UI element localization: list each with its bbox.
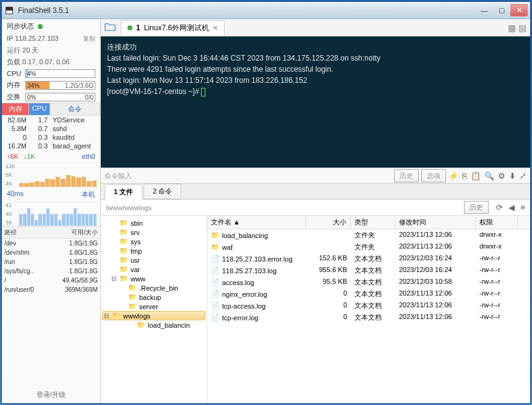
search-icon[interactable]: 🔍 bbox=[484, 171, 494, 181]
tree-item[interactable]: ⊟📁www bbox=[102, 274, 205, 283]
folder-icon: 📁 bbox=[119, 265, 128, 273]
process-row[interactable]: 82.6M1.7YDService bbox=[2, 116, 100, 124]
folder-icon: 📁 bbox=[119, 256, 128, 264]
folder-icon: 📁 bbox=[128, 284, 137, 292]
command-input[interactable]: 命令输入 bbox=[105, 171, 392, 181]
file-list[interactable]: 文件名 ▲ 大小 类型 修改时间 权限 📁load_balancing文件夹20… bbox=[207, 216, 530, 403]
file-row[interactable]: 📁waf文件夹2023/11/13 12:06drwxr-x bbox=[207, 241, 530, 253]
paste-icon[interactable]: 📋 bbox=[471, 171, 481, 181]
layout-icon[interactable]: ▤ bbox=[518, 23, 526, 33]
gear-icon[interactable]: ⚙ bbox=[498, 171, 505, 181]
titlebar[interactable]: FinalShell 3.5.1 — ▢ ✕ bbox=[2, 2, 530, 19]
copy-icon[interactable]: ⎘ bbox=[462, 171, 467, 181]
refresh-icon[interactable]: ⟳ bbox=[496, 203, 503, 212]
tree-item[interactable]: 📁srv bbox=[102, 228, 205, 237]
menu-icon[interactable]: ≡ bbox=[520, 203, 525, 212]
status-dot-icon bbox=[127, 25, 132, 30]
grid-view-icon[interactable]: ▦ bbox=[508, 23, 516, 33]
net-interface[interactable]: eth0 bbox=[82, 153, 95, 160]
disk-row[interactable]: /run1.8G/1.8G bbox=[2, 257, 100, 266]
network-row: ↑6K ↓1K eth0 bbox=[2, 150, 100, 163]
folder-icon: 📁 bbox=[211, 243, 220, 252]
session-tab[interactable]: 1 Linux7.6外网测试机 × bbox=[121, 20, 225, 35]
tree-item[interactable]: 📁.Recycle_bin bbox=[102, 283, 205, 292]
minimize-button[interactable]: — bbox=[476, 4, 493, 17]
folder-icon: 📁 bbox=[137, 321, 145, 329]
disk-row[interactable]: /dev/shm1.8G/1.8G bbox=[2, 248, 100, 257]
tree-item[interactable]: 📁usr bbox=[102, 255, 205, 265]
file-row[interactable]: 📄118.25.27.103.log955.6 KB文本文档2023/12/03… bbox=[207, 265, 530, 276]
session-tabbar: 1 Linux7.6外网测试机 × ▦ ▤ bbox=[101, 19, 530, 36]
tab-label: Linux7.6外网测试机 bbox=[144, 23, 209, 33]
path-history-button[interactable]: 历史 bbox=[464, 201, 489, 214]
terminal-output[interactable]: 连接成功 Last failed login: Sun Dec 3 16:44:… bbox=[101, 36, 530, 168]
file-row[interactable]: 📄tcp-access.log0文本文档2023/11/13 12:06-rw-… bbox=[207, 300, 530, 312]
file-icon: 📄 bbox=[211, 266, 220, 275]
col-perm[interactable]: 权限 bbox=[476, 216, 518, 229]
ping-chart: 41 40 39 bbox=[4, 202, 98, 226]
tab-files[interactable]: 1 文件 bbox=[105, 184, 142, 200]
disk-header: 路径 可用/大小 bbox=[2, 227, 100, 239]
ping-latency: 40ms bbox=[7, 190, 24, 199]
process-row[interactable]: 5.8M0.7sshd bbox=[2, 124, 100, 133]
tree-item[interactable]: 📁sys bbox=[102, 237, 205, 246]
file-icon: 📄 bbox=[211, 302, 220, 310]
tree-item[interactable]: 📁load_balancin bbox=[102, 320, 205, 330]
copy-button[interactable]: 复制 bbox=[83, 35, 95, 43]
download-icon[interactable]: ⬇ bbox=[509, 171, 516, 181]
sync-dot-icon bbox=[38, 24, 43, 29]
folder-icon: 📁 bbox=[119, 275, 128, 283]
tree-item[interactable]: 📁tmp bbox=[102, 246, 205, 255]
close-button[interactable]: ✕ bbox=[510, 4, 528, 17]
tab-close-icon[interactable]: × bbox=[213, 23, 218, 33]
tab-commands[interactable]: 2 命令 bbox=[144, 184, 181, 199]
cpu-bar: 4% bbox=[25, 69, 95, 78]
tree-item[interactable]: 📁backup bbox=[102, 292, 205, 302]
command-bar: 命令输入 历史 选项 ⚡ ⎘ 📋 🔍 ⚙ ⬇ ⤢ bbox=[101, 168, 530, 184]
process-row[interactable]: 00.3kauditd bbox=[2, 133, 100, 142]
col-name[interactable]: 文件名 ▲ bbox=[207, 216, 306, 229]
expand-icon[interactable]: ⤢ bbox=[520, 171, 526, 181]
folder-icon: 📁 bbox=[128, 302, 137, 310]
login-link[interactable]: 登录/升级 bbox=[2, 386, 100, 403]
back-icon[interactable]: ◀ bbox=[508, 203, 515, 212]
process-row[interactable]: 16.2M0.3barad_agent bbox=[2, 142, 100, 150]
net-up: ↑6K bbox=[7, 153, 19, 160]
shell-prompt: [root@VM-16-17-centos ~]# bbox=[107, 87, 201, 96]
tree-item[interactable]: 📁server bbox=[102, 302, 205, 311]
folder-icon: 📁 bbox=[119, 219, 128, 227]
col-size[interactable]: 大小 bbox=[306, 216, 351, 229]
folder-icon: 📁 bbox=[112, 312, 121, 320]
tree-item[interactable]: 📁var bbox=[102, 265, 205, 274]
cursor-icon bbox=[201, 88, 205, 96]
history-button[interactable]: 历史 bbox=[394, 169, 419, 182]
disk-row[interactable]: /dev1.8G/1.8G bbox=[2, 239, 100, 248]
sync-status: 同步状态 bbox=[2, 19, 100, 33]
connections-icon[interactable] bbox=[105, 22, 116, 34]
ping-host[interactable]: 本机 bbox=[82, 190, 95, 199]
bolt-icon[interactable]: ⚡ bbox=[448, 171, 458, 181]
folder-icon: 📁 bbox=[119, 237, 128, 245]
app-icon bbox=[4, 6, 14, 15]
options-button[interactable]: 选项 bbox=[421, 169, 446, 182]
disk-row[interactable]: /49.4G/58.9G bbox=[2, 276, 100, 285]
file-row[interactable]: 📄118.25.27.103.error.log152.6 KB文本文档2023… bbox=[207, 253, 530, 265]
maximize-button[interactable]: ▢ bbox=[493, 4, 510, 17]
path-input[interactable]: /www/wwwlogs bbox=[106, 204, 460, 211]
file-icon: 📄 bbox=[211, 290, 220, 299]
disk-row[interactable]: /sys/fs/cg..1.8G/1.8G bbox=[2, 266, 100, 276]
col-type[interactable]: 类型 bbox=[351, 216, 395, 229]
network-chart: 12K 8K 4K bbox=[4, 163, 98, 187]
directory-tree[interactable]: 📁sbin📁srv📁sys📁tmp📁usr📁var⊟📁www📁.Recycle_… bbox=[101, 216, 207, 403]
tree-item[interactable]: ⊟📁wwwlogs bbox=[102, 311, 205, 320]
process-header: 内存 CPU 命令 bbox=[2, 103, 100, 116]
disk-row[interactable]: /run/user/0369M/369M bbox=[2, 285, 100, 294]
file-row[interactable]: 📄nginx_error.log0文本文档2023/11/13 12:06-rw… bbox=[207, 288, 530, 300]
col-date[interactable]: 修改时间 bbox=[395, 216, 476, 229]
file-row[interactable]: 📄tcp-error.log0文本文档2023/11/13 12:06-rw-r… bbox=[207, 312, 530, 323]
file-row[interactable]: 📁load_balancing文件夹2023/11/13 12:06drwxr-… bbox=[207, 229, 530, 241]
tree-item[interactable]: 📁sbin bbox=[102, 218, 205, 228]
window-title: FinalShell 3.5.1 bbox=[18, 6, 476, 15]
file-icon: 📄 bbox=[211, 313, 220, 322]
file-row[interactable]: 📄access.log95.5 KB文本文档2023/12/03 10:58-r… bbox=[207, 276, 530, 288]
